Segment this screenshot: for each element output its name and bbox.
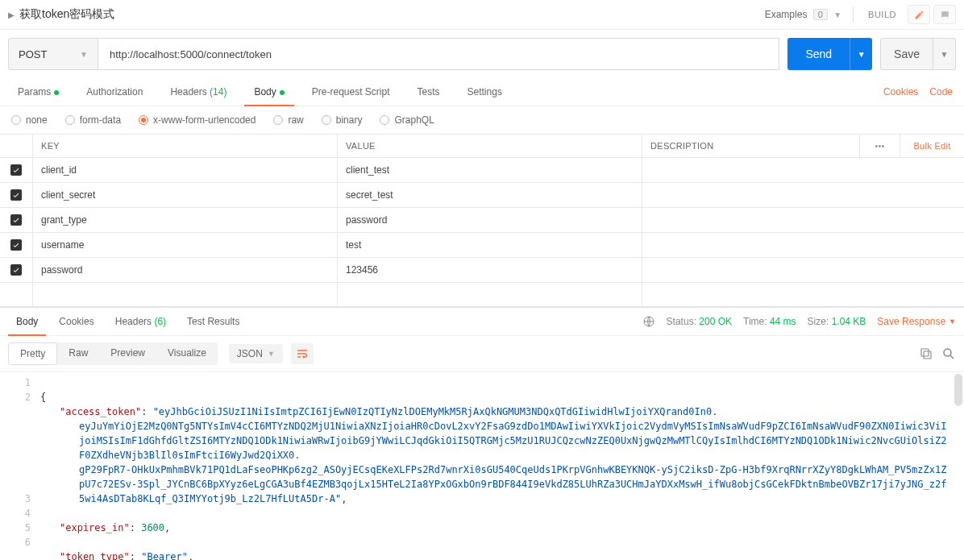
seg-preview[interactable]: Preview	[99, 342, 156, 365]
key-input[interactable]	[41, 189, 329, 201]
url-input[interactable]	[98, 38, 779, 70]
active-dot-icon	[54, 90, 59, 95]
resp-tab-headers[interactable]: Headers (6)	[107, 308, 174, 335]
checkbox-icon[interactable]	[10, 239, 22, 251]
code-content[interactable]: { "access_token": "eyJhbGciOiJSUzI1NiIsI…	[40, 375, 964, 560]
chevron-down-icon: ▼	[949, 317, 956, 326]
checkbox-icon[interactable]	[10, 264, 22, 276]
col-value: VALUE	[337, 135, 642, 157]
send-button[interactable]: Send	[787, 38, 850, 70]
save-dropdown[interactable]: ▼	[933, 38, 956, 70]
seg-raw[interactable]: Raw	[57, 342, 99, 365]
examples-dropdown[interactable]: Examples 0 ▼	[765, 9, 841, 20]
tab-tests[interactable]: Tests	[408, 78, 450, 106]
tab-settings[interactable]: Settings	[458, 78, 512, 106]
radio-graphql[interactable]: GraphQL	[380, 114, 434, 126]
body-params-table: KEY VALUE DESCRIPTION ••• Bulk Edit	[0, 134, 964, 307]
table-row[interactable]	[0, 233, 964, 258]
request-tabs: Params Authorization Headers (14) Body P…	[0, 78, 964, 106]
language-select[interactable]: JSON▼	[229, 344, 283, 363]
radio-raw[interactable]: raw	[273, 114, 303, 126]
collapse-caret-icon[interactable]: ▶	[8, 10, 15, 19]
code-link[interactable]: Code	[929, 86, 953, 97]
checkbox-icon[interactable]	[10, 214, 22, 226]
line-gutter: 1 2 3 4 5 6	[0, 375, 40, 560]
body-type-radios: none form-data x-www-form-urlencoded raw…	[0, 106, 964, 134]
key-input[interactable]	[41, 214, 329, 226]
send-dropdown[interactable]: ▼	[850, 38, 872, 70]
value-input[interactable]	[346, 264, 634, 276]
resp-tab-cookies[interactable]: Cookies	[51, 308, 102, 335]
request-title-bar: ▶ 获取token密码模式 Examples 0 ▼ BUILD	[0, 0, 964, 30]
cookies-link[interactable]: Cookies	[883, 86, 918, 97]
build-label: BUILD	[868, 10, 896, 19]
radio-urlencoded[interactable]: x-www-form-urlencoded	[139, 114, 256, 126]
bulk-edit-link[interactable]: Bulk Edit	[900, 135, 964, 157]
wrap-lines-icon[interactable]	[291, 343, 314, 364]
resp-tab-test-results[interactable]: Test Results	[179, 308, 247, 335]
svg-point-3	[944, 349, 951, 356]
chevron-down-icon: ▼	[858, 50, 866, 59]
save-response-dropdown[interactable]: Save Response ▼	[877, 316, 956, 327]
seg-visualize[interactable]: Visualize	[156, 342, 218, 365]
key-input[interactable]	[41, 239, 329, 251]
chevron-down-icon: ▼	[833, 10, 841, 19]
checkbox-icon[interactable]	[10, 164, 22, 176]
checkbox-icon[interactable]	[10, 189, 22, 201]
description-input[interactable]	[650, 164, 956, 176]
table-row[interactable]	[0, 258, 964, 283]
response-tabs: Body Cookies Headers (6) Test Results St…	[0, 307, 964, 336]
value-input[interactable]	[346, 189, 634, 201]
table-row[interactable]	[0, 183, 964, 208]
search-icon[interactable]	[941, 346, 956, 361]
description-input[interactable]	[650, 214, 956, 226]
tab-params[interactable]: Params	[8, 78, 69, 106]
table-row-empty[interactable]	[0, 283, 964, 307]
scrollbar-thumb[interactable]	[954, 374, 962, 406]
svg-rect-2	[921, 349, 929, 356]
http-method-select[interactable]: POST ▼	[8, 38, 98, 70]
description-input[interactable]	[650, 189, 956, 201]
comment-icon[interactable]	[933, 5, 956, 24]
key-input[interactable]	[41, 164, 329, 176]
value-input[interactable]	[346, 164, 634, 176]
request-url-row: POST ▼ Send ▼ Save ▼	[0, 30, 964, 78]
divider	[853, 7, 854, 22]
table-row[interactable]	[0, 208, 964, 233]
response-body-viewer[interactable]: 1 2 3 4 5 6 { "access_token": "eyJhbGciO…	[0, 372, 964, 560]
tab-authorization[interactable]: Authorization	[77, 78, 152, 106]
chevron-down-icon: ▼	[268, 350, 275, 358]
tab-prerequest[interactable]: Pre-request Script	[302, 78, 400, 106]
request-name[interactable]: 获取token密码模式	[19, 7, 765, 22]
radio-form-data[interactable]: form-data	[65, 114, 121, 126]
chevron-down-icon: ▼	[80, 50, 88, 59]
view-mode-segment: Pretty Raw Preview Visualize	[8, 342, 218, 365]
edit-icon[interactable]	[908, 5, 930, 24]
resp-tab-body[interactable]: Body	[8, 308, 46, 335]
value-input[interactable]	[346, 239, 634, 251]
chevron-down-icon: ▼	[941, 50, 949, 59]
copy-icon[interactable]	[919, 346, 933, 361]
save-button[interactable]: Save	[880, 38, 933, 70]
description-input[interactable]	[650, 264, 956, 276]
value-input[interactable]	[346, 214, 634, 226]
tab-headers[interactable]: Headers (14)	[160, 78, 236, 106]
seg-pretty[interactable]: Pretty	[8, 342, 57, 365]
status-meta: Status: 200 OK	[667, 316, 732, 327]
description-input[interactable]	[650, 239, 956, 251]
col-key: KEY	[32, 135, 337, 157]
table-row[interactable]	[0, 158, 964, 183]
more-options-icon[interactable]: •••	[859, 135, 900, 157]
globe-icon[interactable]	[642, 315, 655, 328]
radio-binary[interactable]: binary	[322, 114, 363, 126]
time-meta: Time: 44 ms	[743, 316, 796, 327]
radio-none[interactable]: none	[11, 114, 48, 126]
col-description: DESCRIPTION	[642, 135, 859, 157]
key-input[interactable]	[41, 264, 329, 276]
active-dot-icon	[280, 90, 285, 95]
size-meta: Size: 1.04 KB	[808, 316, 866, 327]
table-header: KEY VALUE DESCRIPTION ••• Bulk Edit	[0, 135, 964, 158]
tab-body[interactable]: Body	[244, 78, 293, 106]
svg-rect-1	[924, 351, 931, 359]
response-viewer-controls: Pretty Raw Preview Visualize JSON▼	[0, 336, 964, 372]
